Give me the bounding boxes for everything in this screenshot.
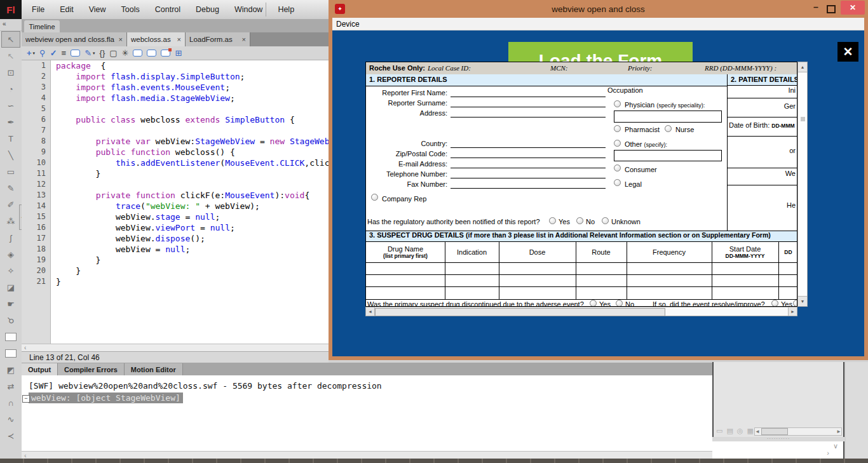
add-item-icon[interactable]: + (27, 49, 32, 57)
scroll-right-icon[interactable]: ► (788, 307, 797, 316)
stroke-color-swatch[interactable] (1, 328, 20, 345)
find-icon[interactable]: ⚲ (39, 49, 46, 57)
menu-debug[interactable]: Debug (188, 5, 227, 14)
output-tab-motion-editor[interactable]: Motion Editor (125, 363, 183, 375)
angle-right-icon[interactable]: › (827, 449, 829, 457)
pharmacist-radio[interactable] (614, 125, 621, 132)
menu-window[interactable]: Window (227, 5, 270, 14)
eraser-tool[interactable]: ◪ (1, 279, 20, 295)
load-form-button[interactable]: Load the Form (508, 42, 693, 62)
resolve-no-radio[interactable] (793, 300, 797, 307)
subselection-tool[interactable]: ↖ (1, 48, 20, 64)
menu-edit[interactable]: Edit (52, 5, 81, 14)
collapse-selection-icon[interactable]: ▢ (109, 49, 117, 57)
panel-icon[interactable]: ▤ (726, 427, 733, 435)
pencil-tool[interactable]: ✎ (1, 180, 20, 196)
swap-colors[interactable]: ⇄ (1, 378, 20, 394)
rectangle-tool[interactable]: ▭ (1, 163, 20, 180)
regulatory-unknown-radio[interactable] (602, 217, 609, 224)
auto-format-icon[interactable]: ≡ (62, 49, 67, 57)
zoom-tool[interactable]: ⚲ (1, 312, 20, 328)
scroll-left-icon[interactable]: ◄ (755, 429, 760, 434)
panel-icon[interactable]: ▭ (716, 427, 722, 435)
show-code-hint-icon[interactable] (71, 50, 80, 57)
selection-tool[interactable]: ↖ (1, 31, 20, 48)
code-horizontal-scrollbar[interactable]: ‹ (22, 344, 329, 351)
close-webview-button[interactable]: ✕ (837, 42, 858, 62)
vscroll-thumb[interactable] (801, 117, 805, 121)
scroll-thumb[interactable] (761, 428, 788, 435)
company-rep-radio[interactable] (371, 194, 378, 201)
line-tool[interactable]: ╲ (1, 147, 20, 163)
physician-speciality-input[interactable] (614, 111, 722, 123)
hscroll-thumb[interactable] (375, 308, 665, 316)
consumer-radio[interactable] (614, 164, 621, 171)
scroll-right-icon[interactable]: ► (836, 429, 841, 434)
tab-close-icon[interactable]: × (242, 36, 246, 43)
panel-icon[interactable]: ◎ (737, 427, 743, 435)
physician-radio[interactable] (614, 100, 621, 107)
spray-brush-tool[interactable]: ⁂ (1, 213, 20, 229)
chevron-down-icon[interactable]: ∨ (833, 442, 838, 450)
other-radio[interactable] (614, 140, 621, 147)
bone-tool[interactable]: ʃ (1, 229, 20, 246)
text-tool[interactable]: T (1, 130, 20, 147)
remove-comment-icon[interactable] (161, 50, 170, 57)
doc-tab-webcloss-as[interactable]: webcloss.as× (127, 32, 186, 46)
check-syntax-icon[interactable]: ✓ (50, 49, 57, 57)
pen-tool[interactable]: ✒ (1, 114, 20, 130)
panel-splitter[interactable]: ·········· (712, 437, 844, 441)
black-white-colors[interactable]: ◩ (1, 361, 20, 378)
panel-icon[interactable]: ▦ (747, 427, 753, 435)
menu-control[interactable]: Control (147, 5, 188, 14)
show-toolbox-icon[interactable]: ⊞ (175, 49, 182, 57)
tab-close-icon[interactable]: × (177, 36, 181, 43)
menu-help[interactable]: Help (270, 5, 302, 14)
collapse-between-braces-icon[interactable]: {} (100, 49, 105, 57)
eyedropper-tool[interactable]: ✧ (1, 262, 20, 279)
mini-horizontal-scrollbar[interactable]: ◄ ► (754, 427, 842, 436)
form-vertical-scrollbar[interactable]: ▲ ▼ (797, 62, 808, 307)
minimize-button[interactable]: – (809, 2, 823, 15)
lasso-tool[interactable]: ∽ (1, 97, 20, 114)
output-collapse-icon[interactable]: − (22, 395, 30, 403)
maximize-button[interactable] (827, 5, 836, 13)
output-tab-compiler-errors[interactable]: Compiler Errors (58, 363, 125, 375)
resolve-yes-radio[interactable] (771, 300, 778, 307)
hand-tool[interactable]: ☛ (1, 295, 20, 312)
drug-no-radio[interactable] (616, 300, 623, 307)
tab-timeline[interactable]: Timeline (24, 20, 60, 32)
expand-all-icon[interactable]: ✳ (122, 49, 129, 57)
debug-options-icon[interactable]: ✎ (85, 49, 92, 57)
apply-line-comment-icon[interactable] (147, 50, 156, 57)
legal-radio[interactable] (614, 179, 621, 186)
smooth-option[interactable]: ∿ (1, 411, 20, 427)
menu-tools[interactable]: Tools (114, 5, 147, 14)
scroll-left-icon[interactable]: ◄ (366, 307, 375, 316)
regulatory-no-radio[interactable] (576, 217, 583, 224)
snap-to-objects[interactable]: ∩ (1, 394, 20, 411)
doc-tab-loadform-as[interactable]: LoadForm.as× (186, 32, 250, 46)
collapse-panel-icon[interactable]: « (0, 19, 22, 31)
doc-tab-webview-open-and-closs-fla[interactable]: webview open and closs.fla× (22, 32, 127, 46)
regulatory-yes-radio[interactable] (549, 217, 556, 224)
tab-close-icon[interactable]: × (119, 36, 123, 43)
paint-bucket-tool[interactable]: ◈ (1, 246, 20, 262)
brush-tool[interactable]: ✐ (1, 196, 20, 213)
output-tab-output[interactable]: Output (22, 363, 58, 375)
form-horizontal-scrollbar[interactable]: ◄ ► (365, 307, 797, 316)
scroll-up-icon[interactable]: ▲ (798, 62, 807, 72)
apply-block-comment-icon[interactable] (133, 50, 142, 57)
straighten-option[interactable]: ≺ (1, 427, 20, 444)
drug-yes-radio[interactable] (590, 300, 597, 307)
other-specify-input[interactable] (614, 150, 722, 161)
menu-view[interactable]: View (81, 5, 114, 14)
menu-device[interactable]: Device (336, 20, 360, 29)
nurse-radio[interactable] (665, 125, 672, 132)
3d-rotation-tool[interactable]: ◔ (1, 81, 20, 97)
scroll-down-icon[interactable]: ▼ (798, 296, 807, 306)
free-transform-tool[interactable]: ⊡ (1, 64, 20, 81)
close-button[interactable]: ✕ (841, 1, 865, 15)
air-titlebar[interactable]: ✦ webview open and closs (329, 0, 868, 18)
fill-color-swatch[interactable] (1, 345, 20, 361)
